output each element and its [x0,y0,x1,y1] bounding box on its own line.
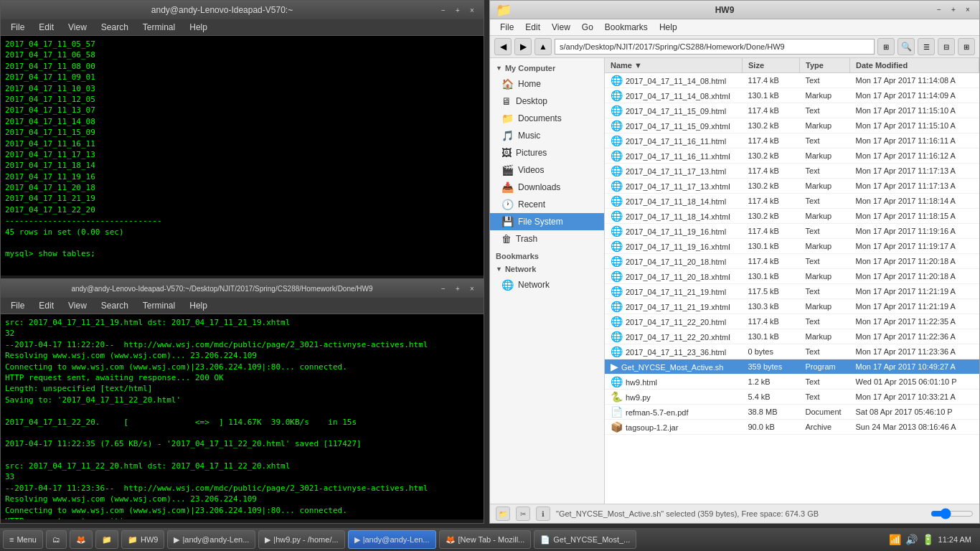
terminal2-menu-help[interactable]: Help [185,299,212,312]
table-row[interactable]: 🌐2017_04_17_11_20_18.xhtml 130.1 kB Mark… [605,269,979,284]
table-row[interactable]: 🌐2017_04_17_11_15_09.html 117.4 kB Text … [605,103,979,118]
terminal1-menu-view[interactable]: View [64,21,91,34]
sidebar-item-trash[interactable]: 🗑 Trash [490,230,604,248]
table-row[interactable]: 🌐2017_04_17_11_16_11.xhtml 130.2 kB Mark… [605,149,979,164]
terminal1-menu-file[interactable]: File [6,21,29,34]
volume-tray-icon[interactable]: 🔊 [905,534,918,545]
terminal2-menu-search[interactable]: Search [97,299,133,312]
terminal2-minimize[interactable]: − [438,283,449,294]
fm-menu-help[interactable]: Help [655,21,682,34]
sidebar-network-header[interactable]: ▼ Network [490,262,604,276]
fm-menu-bookmarks[interactable]: Bookmarks [600,21,652,34]
table-row[interactable]: 🌐2017_04_17_11_14_08.html 117.4 kB Text … [605,73,979,88]
terminal2-menu-view[interactable]: View [64,299,91,312]
taskbar-hw9-btn[interactable]: 📁 HW9 [121,530,164,549]
fm-back-button[interactable]: ◀ [494,38,512,55]
sidebar-item-filesystem[interactable]: 💾 File System [490,213,604,230]
taskbar-firefox-btn[interactable]: 🦊 [70,530,93,549]
fm-address-bar[interactable] [555,39,875,55]
terminal1-minimize[interactable]: − [438,4,449,16]
terminal-window-1[interactable]: andy@andy-Lenovo-Ideapad-V570:~ − + × Fi… [0,0,484,280]
terminal1-menu-edit[interactable]: Edit [34,21,58,34]
fm-menu-edit[interactable]: Edit [521,21,545,34]
fm-list-view-button[interactable]: ☰ [918,38,935,55]
fm-new-folder-btn[interactable]: 📁 [496,507,510,521]
fm-detail-view-button[interactable]: ⊟ [938,38,955,55]
battery-tray-icon[interactable]: 🔋 [922,534,934,545]
table-row[interactable]: 🌐2017_04_17_11_17_13.xhtml 130.2 kB Mark… [605,179,979,194]
sidebar-item-network[interactable]: 🌐 Network [490,276,604,293]
fm-maximize[interactable]: + [948,4,959,16]
taskbar-terminal-btn[interactable]: 📁 [95,530,118,549]
sidebar-item-recent[interactable]: 🕐 Recent [490,196,604,213]
col-name[interactable]: Name ▼ [605,58,743,73]
table-row[interactable]: 🌐2017_04_17_11_14_08.xhtml 130.1 kB Mark… [605,88,979,103]
col-date[interactable]: Date Modified [850,58,979,73]
file-type-cell: Text [800,254,850,269]
col-type[interactable]: Type [800,58,850,73]
fm-up-button[interactable]: ▲ [534,38,552,55]
taskbar-script-btn[interactable]: 📄 Get_NYCSE_Most_... [534,530,636,549]
terminal1-menu-help[interactable]: Help [185,21,212,34]
table-row[interactable]: 🌐2017_04_17_11_21_19.xhtml 130.3 kB Mark… [605,299,979,314]
table-row[interactable]: 🌐2017_04_17_11_18_14.xhtml 130.2 kB Mark… [605,209,979,224]
sidebar-item-downloads[interactable]: 📥 Downloads [490,179,604,196]
table-row[interactable]: 🌐2017_04_17_11_17_13.html 117.4 kB Text … [605,164,979,179]
sidebar-item-pictures[interactable]: 🖼 Pictures [490,144,604,161]
taskbar-terminal1-btn[interactable]: ▶ |andy@andy-Len... [167,530,255,549]
taskbar-terminal2-btn[interactable]: ▶ |andy@andy-Len... [348,530,436,549]
terminal1-maximize[interactable]: + [452,4,463,16]
fm-menu-view[interactable]: View [547,21,575,34]
fm-delete-btn[interactable]: ✂ [516,507,530,521]
table-row[interactable]: 📄refman-5.7-en.pdf 38.8 MB Document Sat … [605,405,979,420]
terminal2-menu-terminal[interactable]: Terminal [138,299,179,312]
terminal1-close[interactable]: × [466,4,478,16]
table-row[interactable]: 🌐hw9.html 1.2 kB Text Wed 01 Apr 2015 06… [605,375,979,390]
fm-close[interactable]: × [962,4,974,16]
table-row[interactable]: 🌐2017_04_17_11_22_20.html 117.4 kB Text … [605,314,979,329]
taskbar-files-btn[interactable]: 🗂 [46,530,67,549]
fm-extra-button[interactable]: ⊞ [958,38,975,55]
taskbar-browser-btn[interactable]: 🦊 [New Tab - Mozill... [439,530,532,549]
sidebar-item-music[interactable]: 🎵 Music [490,127,604,144]
table-row[interactable]: 🐍hw9.py 5.4 kB Text Mon 17 Apr 2017 10:3… [605,390,979,405]
taskbar-menu-btn[interactable]: ≡ Menu [3,530,43,549]
fm-forward-button[interactable]: ▶ [514,38,532,55]
table-row[interactable]: 🌐2017_04_17_11_19_16.html 117.4 kB Text … [605,224,979,239]
terminal2-menu-file[interactable]: File [6,299,29,312]
table-row[interactable]: 🌐2017_04_17_11_21_19.html 117.5 kB Text … [605,284,979,299]
table-row[interactable]: ▶Get_NYCSE_Most_Active.sh 359 bytes Prog… [605,359,979,375]
table-row[interactable]: 📦tagsoup-1.2.jar 90.0 kB Archive Sun 24 … [605,420,979,435]
table-row[interactable]: 🌐2017_04_17_11_22_20.xhtml 130.1 kB Mark… [605,329,979,344]
fm-minimize[interactable]: − [933,4,945,16]
table-row[interactable]: 🌐2017_04_17_11_18_14.html 117.4 kB Text … [605,194,979,209]
col-size[interactable]: Size [743,58,800,73]
fm-properties-btn[interactable]: ℹ [536,507,550,521]
fm-zoom-button[interactable]: ⊞ [877,38,895,55]
table-row[interactable]: 🌐2017_04_17_11_20_18.html 117.4 kB Text … [605,254,979,269]
terminal2-close[interactable]: × [466,283,478,294]
file-size-cell: 117.4 kB [743,133,800,149]
sidebar-item-desktop[interactable]: 🖥 Desktop [490,93,604,110]
network-tray-icon[interactable]: 📶 [889,534,901,545]
fm-menu-go[interactable]: Go [578,21,598,34]
table-row[interactable]: 🌐2017_04_17_11_23_36.html 0 bytes Text M… [605,344,979,359]
table-row[interactable]: 🌐2017_04_17_11_15_09.xhtml 130.2 kB Mark… [605,118,979,133]
fm-search-button[interactable]: 🔍 [897,38,915,55]
terminal1-menu-terminal[interactable]: Terminal [138,21,179,34]
sidebar-item-documents[interactable]: 📁 Documents [490,110,604,127]
taskbar-hw9py-btn[interactable]: ▶ |hw9.py - /home/... [258,530,344,549]
file-size-cell: 130.2 kB [743,149,800,164]
table-row[interactable]: 🌐2017_04_17_11_16_11.html 117.4 kB Text … [605,133,979,149]
sidebar-item-home[interactable]: 🏠 Home [490,75,604,93]
sidebar-item-videos[interactable]: 🎬 Videos [490,161,604,179]
terminal-window-2[interactable]: andy@andy-Lenovo-Ideapad-V570:~/Desktop/… [0,278,484,524]
sidebar-mycomputer-header[interactable]: ▼ My Computer [490,61,604,75]
table-row[interactable]: 🌐2017_04_17_11_19_16.xhtml 130.1 kB Mark… [605,239,979,254]
filemanager-window[interactable]: 📁 HW9 − + × File Edit View Go Bookmarks … [489,0,980,524]
terminal1-menu-search[interactable]: Search [97,21,133,34]
terminal2-menu-edit[interactable]: Edit [34,299,58,312]
terminal2-maximize[interactable]: + [452,283,463,294]
fm-menu-file[interactable]: File [496,21,518,34]
fm-zoom-slider[interactable] [930,508,974,519]
